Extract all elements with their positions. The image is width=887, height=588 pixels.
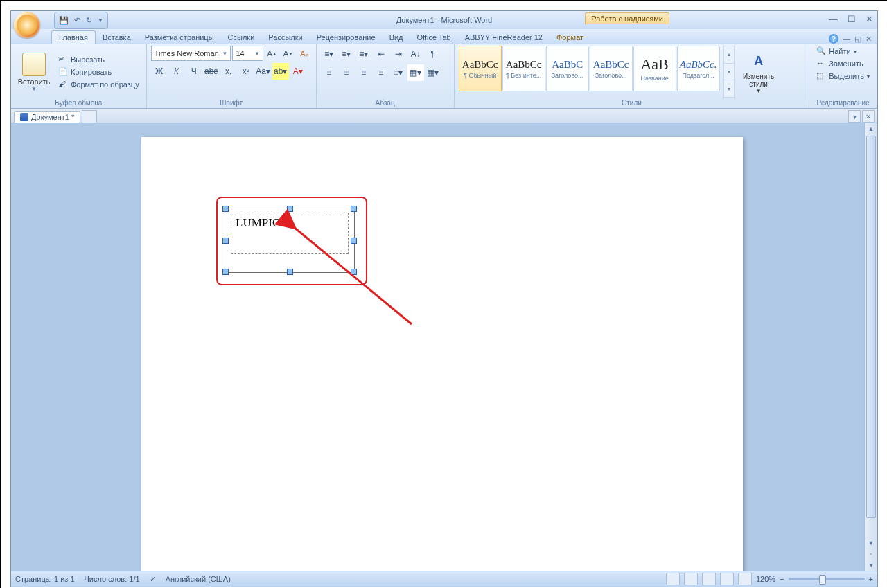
view-outline-icon[interactable] bbox=[720, 573, 734, 585]
ribbon-tab-разметка-страницы[interactable]: Разметка страницы bbox=[138, 31, 221, 44]
style-item-3[interactable]: AaBbCcЗаголово... bbox=[590, 46, 633, 91]
textbox-content[interactable]: LUMPICS bbox=[231, 213, 348, 233]
clear-format-icon[interactable]: Aₐ bbox=[297, 46, 311, 61]
zoom-in-icon[interactable]: + bbox=[869, 575, 873, 583]
indent-left-icon[interactable]: ⇤ bbox=[373, 46, 389, 62]
shrink-font-icon[interactable]: A▼ bbox=[281, 46, 295, 61]
sort-icon[interactable]: A↓ bbox=[407, 46, 424, 62]
resize-handle[interactable] bbox=[222, 238, 229, 244]
tab-dropdown-icon[interactable]: ▾ bbox=[848, 110, 861, 123]
font-btn-8[interactable]: A▾ bbox=[290, 63, 306, 80]
font-btn-5[interactable]: x² bbox=[238, 63, 254, 80]
copy-button[interactable]: 📄Копировать bbox=[55, 66, 142, 78]
style-item-0[interactable]: AaBbCc¶ Обычный bbox=[459, 46, 502, 91]
align-left-icon[interactable]: ≡ bbox=[321, 64, 337, 81]
zoom-level[interactable]: 120% bbox=[756, 575, 775, 583]
style-item-4[interactable]: АаВНазвание bbox=[633, 46, 676, 91]
maximize-button[interactable]: ☐ bbox=[848, 14, 856, 24]
grow-font-icon[interactable]: A▲ bbox=[265, 46, 279, 61]
ribbon-tab-главная[interactable]: Главная bbox=[51, 30, 96, 44]
ribbon-tab-вставка[interactable]: Вставка bbox=[96, 31, 138, 44]
prev-page-icon[interactable]: ◦ bbox=[865, 549, 877, 560]
font-btn-7[interactable]: ab▾ bbox=[272, 63, 289, 80]
resize-handle[interactable] bbox=[222, 269, 229, 275]
ribbon-tab-рецензирование[interactable]: Рецензирование bbox=[310, 31, 383, 44]
redo-icon[interactable]: ↻ bbox=[86, 16, 92, 25]
font-btn-0[interactable]: Ж bbox=[151, 63, 168, 80]
ribbon-tab-office-tab[interactable]: Office Tab bbox=[410, 31, 458, 44]
numbering-icon[interactable]: ≡▾ bbox=[338, 46, 355, 62]
style-item-5[interactable]: AaBbCc.Подзагол... bbox=[677, 46, 720, 91]
font-btn-2[interactable]: Ч bbox=[186, 63, 202, 80]
bullets-icon[interactable]: ≡▾ bbox=[321, 46, 337, 62]
indent-right-icon[interactable]: ⇥ bbox=[390, 46, 407, 62]
minimize-ribbon-icon[interactable]: — bbox=[843, 35, 850, 43]
help-icon[interactable]: ? bbox=[829, 34, 838, 44]
font-btn-1[interactable]: К bbox=[168, 63, 185, 80]
minimize-button[interactable]: — bbox=[829, 14, 838, 24]
ribbon-tab-вид[interactable]: Вид bbox=[383, 31, 410, 44]
font-size-combo[interactable]: 14▼ bbox=[232, 46, 263, 61]
undo-icon[interactable]: ↶ bbox=[74, 16, 80, 25]
cut-button[interactable]: ✂Вырезать bbox=[55, 54, 142, 65]
document-canvas[interactable]: LUMPICS ▲ ▼ ◦ ▾ bbox=[11, 123, 877, 571]
page[interactable]: LUMPICS bbox=[141, 137, 743, 571]
resize-handle[interactable] bbox=[351, 269, 357, 275]
align-center-icon[interactable]: ≡ bbox=[338, 64, 355, 81]
view-draft-icon[interactable] bbox=[738, 573, 752, 585]
select-button[interactable]: ⬚Выделить▾ bbox=[814, 71, 872, 82]
zoom-slider[interactable] bbox=[789, 578, 865, 580]
close-button[interactable]: ✕ bbox=[866, 14, 873, 24]
font-btn-3[interactable]: abc bbox=[203, 63, 220, 80]
style-item-1[interactable]: AaBbCc¶ Без инте... bbox=[502, 46, 545, 91]
resize-handle[interactable] bbox=[287, 269, 293, 275]
ribbon-tab-abbyy-finereader-12[interactable]: ABBYY FineReader 12 bbox=[458, 31, 550, 44]
resize-handle[interactable] bbox=[287, 206, 293, 212]
scrollbar-thumb[interactable] bbox=[866, 136, 876, 518]
font-name-combo[interactable]: Times New Roman▼ bbox=[151, 46, 231, 61]
view-print-layout-icon[interactable] bbox=[666, 573, 680, 585]
paste-button[interactable]: Вставить ▼ bbox=[15, 46, 53, 98]
status-proofing-icon[interactable]: ✓ bbox=[150, 575, 156, 584]
format-painter-button[interactable]: 🖌Формат по образцу bbox=[55, 79, 142, 90]
ribbon-tab-ссылки[interactable]: Ссылки bbox=[221, 31, 262, 44]
find-button[interactable]: 🔍Найти▾ bbox=[814, 46, 872, 57]
status-language[interactable]: Английский (США) bbox=[166, 575, 231, 583]
resize-handle[interactable] bbox=[351, 238, 357, 244]
justify-icon[interactable]: ≡ bbox=[373, 64, 389, 81]
resize-handle[interactable] bbox=[351, 206, 357, 212]
next-page-icon[interactable]: ▾ bbox=[865, 560, 877, 571]
document-tab[interactable]: Документ1 * bbox=[14, 111, 80, 123]
save-icon[interactable]: 💾 bbox=[59, 16, 69, 25]
styles-gallery-more[interactable]: ▴▾▾ bbox=[723, 46, 735, 98]
zoom-out-icon[interactable]: − bbox=[780, 575, 784, 583]
close-doc-icon[interactable]: ✕ bbox=[866, 35, 872, 44]
style-item-2[interactable]: AaBbCЗаголово... bbox=[546, 46, 589, 91]
status-page[interactable]: Страница: 1 из 1 bbox=[15, 575, 75, 583]
qat-more-icon[interactable]: ▼ bbox=[98, 17, 103, 24]
shading-icon[interactable]: ▦▾ bbox=[407, 64, 424, 81]
font-btn-4[interactable]: x, bbox=[220, 63, 237, 80]
vertical-scrollbar[interactable]: ▲ ▼ ◦ ▾ bbox=[864, 123, 877, 571]
new-tab-button[interactable] bbox=[82, 110, 97, 123]
tab-close-icon[interactable]: ✕ bbox=[862, 110, 875, 123]
multilevel-icon[interactable]: ≡▾ bbox=[355, 46, 372, 62]
ribbon-tab-формат[interactable]: Формат bbox=[550, 31, 590, 44]
status-words[interactable]: Число слов: 1/1 bbox=[85, 575, 140, 583]
align-right-icon[interactable]: ≡ bbox=[355, 64, 372, 81]
ribbon-tab-рассылки[interactable]: Рассылки bbox=[261, 31, 309, 44]
textbox[interactable]: LUMPICS bbox=[225, 208, 355, 273]
replace-button[interactable]: ↔Заменить bbox=[814, 58, 872, 69]
line-spacing-icon[interactable]: ‡▾ bbox=[390, 64, 407, 81]
restore-window-icon[interactable]: ◱ bbox=[854, 35, 861, 44]
change-styles-button[interactable]: A Изменить стили ▼ bbox=[737, 46, 780, 98]
font-btn-6[interactable]: Aa▾ bbox=[255, 63, 272, 80]
resize-handle[interactable] bbox=[222, 206, 229, 212]
scroll-down-icon[interactable]: ▼ bbox=[865, 537, 877, 549]
scroll-up-icon[interactable]: ▲ bbox=[865, 123, 877, 134]
show-marks-icon[interactable]: ¶ bbox=[425, 46, 441, 62]
view-fullscreen-icon[interactable] bbox=[684, 573, 698, 585]
textbox-editing-area[interactable]: LUMPICS bbox=[231, 213, 349, 254]
borders-icon[interactable]: ▦▾ bbox=[425, 64, 441, 81]
view-web-icon[interactable] bbox=[702, 573, 716, 585]
